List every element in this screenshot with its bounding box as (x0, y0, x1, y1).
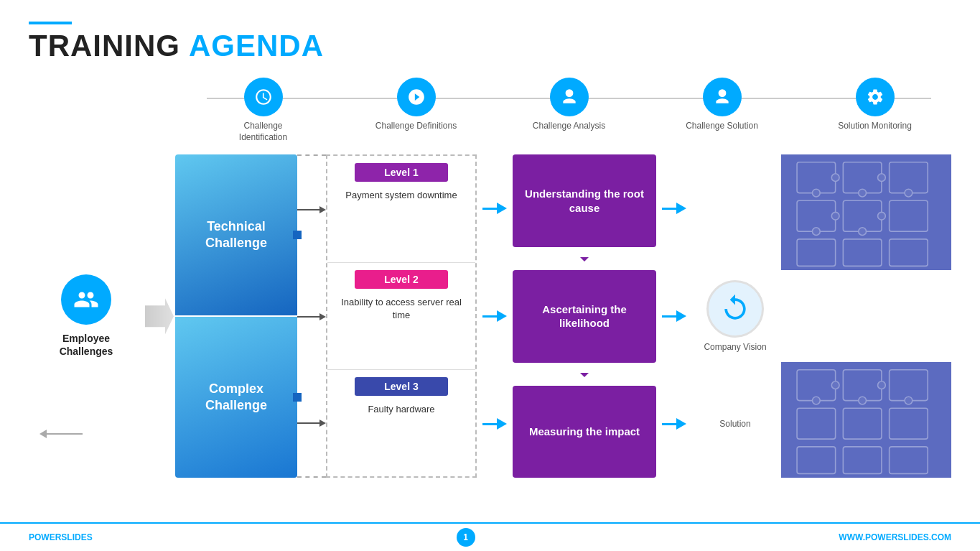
diagram: EmployeeChallenges TechnicalChallenge (29, 154, 951, 478)
timeline: Challenge Identification Challenge Defin… (187, 78, 951, 143)
connector-col (297, 154, 326, 478)
svg-point-13 (859, 189, 867, 197)
arrow-level3-analysis (482, 418, 507, 430)
challenge-analysis-icon (550, 78, 589, 116)
level3-desc: Faulty hardware (368, 403, 434, 416)
level-to-analysis-arrows (477, 154, 513, 478)
levels-col: Level 1 Payment system downtime Level 2 … (326, 154, 477, 478)
step-label-challenge-analysis: Challenge Analysis (533, 121, 605, 132)
footer: POWERSLIDES 1 WWW.POWERSLIDES.COM (0, 522, 980, 551)
page: TRAINING AGENDA Challenge Identification… (0, 0, 980, 551)
timeline-step-challenge-solution: Challenge Solution (645, 78, 798, 132)
root-cause-block: Understanding the root cause (513, 154, 656, 247)
employee-label: EmployeeChallenges (60, 332, 113, 358)
back-arrow-head (39, 430, 47, 438)
timeline-step-challenge-analysis: Challenge Analysis (493, 78, 645, 132)
arrow-to-level2 (297, 313, 326, 320)
challenge-identification-icon (244, 78, 283, 116)
svg-point-15 (831, 213, 839, 221)
solution-monitoring-icon (856, 78, 895, 116)
title-row: TRAINING AGENDA (29, 29, 951, 63)
company-vision-label: Company Vision (704, 342, 766, 352)
impact-text: Measuring the impact (529, 425, 640, 439)
timeline-step-solution-monitoring: Solution Monitoring (798, 78, 951, 132)
technical-challenge-block: TechnicalChallenge (175, 154, 297, 315)
arrow-to-level3 (297, 420, 326, 427)
arrow-analysis1-solution (662, 203, 686, 214)
arrow-level1-analysis (482, 203, 507, 214)
analysis-col: Understanding the root cause Ascertainin… (513, 154, 656, 478)
svg-point-14 (905, 189, 913, 197)
svg-point-29 (831, 381, 839, 389)
complex-connector-square (293, 393, 302, 402)
employee-arrow (144, 154, 175, 478)
timeline-step-challenge-identification: Challenge Identification (187, 78, 340, 143)
level1-desc: Payment system downtime (345, 189, 457, 202)
svg-point-33 (905, 397, 913, 405)
footer-brand: POWERSLIDES (29, 532, 93, 542)
svg-rect-19 (789, 362, 943, 478)
level2-desc: Inability to access server real time (335, 296, 468, 322)
footer-center: 1 (93, 528, 839, 547)
timeline-step-challenge-definitions: Challenge Definitions (340, 78, 493, 132)
employee-col: EmployeeChallenges (29, 154, 144, 478)
svg-point-17 (812, 228, 820, 236)
svg-point-10 (831, 174, 839, 182)
arrow-analysis3-solution (662, 418, 686, 430)
page-number: 1 (457, 528, 475, 547)
employee-icon (61, 274, 111, 325)
complex-challenge-block: ComplexChallenge (175, 317, 297, 478)
back-arrow (39, 430, 83, 438)
puzzle-col (781, 154, 951, 478)
complex-challenge-title: ComplexChallenge (205, 381, 267, 415)
root-cause-text: Understanding the root cause (520, 187, 649, 215)
challenge-blocks: TechnicalChallenge ComplexChallenge (175, 154, 297, 478)
technical-challenge-title: TechnicalChallenge (205, 218, 267, 252)
step-label-challenge-definitions: Challenge Definitions (375, 121, 457, 132)
top-puzzle-block (781, 154, 951, 270)
level1-section: Level 1 Payment system downtime (327, 156, 475, 263)
likelihood-block: Ascertaining the likelihood (513, 270, 656, 363)
svg-point-31 (812, 397, 820, 405)
level1-badge: Level 1 (355, 163, 448, 182)
brand-part2: SLIDES (61, 532, 92, 542)
svg-point-18 (859, 228, 867, 236)
down-arrow-1 (513, 250, 656, 267)
svg-point-12 (812, 189, 820, 197)
footer-website: WWW.POWERSLIDES.COM (839, 532, 951, 542)
svg-rect-0 (789, 154, 943, 270)
level2-badge: Level 2 (355, 270, 448, 289)
level3-badge: Level 3 (355, 377, 448, 396)
technical-connector-square (293, 231, 302, 239)
arrow-analysis2-solution (662, 310, 686, 322)
likelihood-text: Ascertaining the likelihood (520, 302, 649, 330)
arrow-level2-analysis (482, 310, 507, 322)
challenge-definitions-icon (397, 78, 436, 116)
svg-point-32 (859, 397, 867, 405)
level2-section: Level 2 Inability to access server real … (327, 263, 475, 370)
down-arrow-2 (513, 366, 656, 383)
step-label-challenge-solution: Challenge Solution (686, 121, 758, 132)
bottom-puzzle-block (781, 362, 951, 478)
svg-point-11 (878, 174, 886, 182)
solution-col: Company Vision Solution (692, 154, 778, 478)
step-label-challenge-identification: Challenge Identification (220, 121, 307, 143)
middle-white-block (781, 270, 951, 363)
title-agenda: AGENDA (189, 29, 324, 63)
svg-point-16 (878, 213, 886, 221)
solution-label: Solution (719, 419, 750, 429)
brand-part1: POWER (29, 532, 61, 542)
back-arrow-line (47, 433, 83, 435)
analysis-to-solution-arrows (656, 154, 692, 478)
challenge-solution-icon (703, 78, 742, 116)
header-accent (29, 22, 72, 24)
arrow-to-level1 (297, 206, 326, 213)
level3-section: Level 3 Faulty hardware (327, 370, 475, 476)
title-training: TRAINING (29, 29, 180, 63)
impact-block: Measuring the impact (513, 386, 656, 478)
step-label-solution-monitoring: Solution Monitoring (838, 121, 912, 132)
svg-point-30 (878, 381, 886, 389)
refresh-circle (706, 280, 764, 338)
